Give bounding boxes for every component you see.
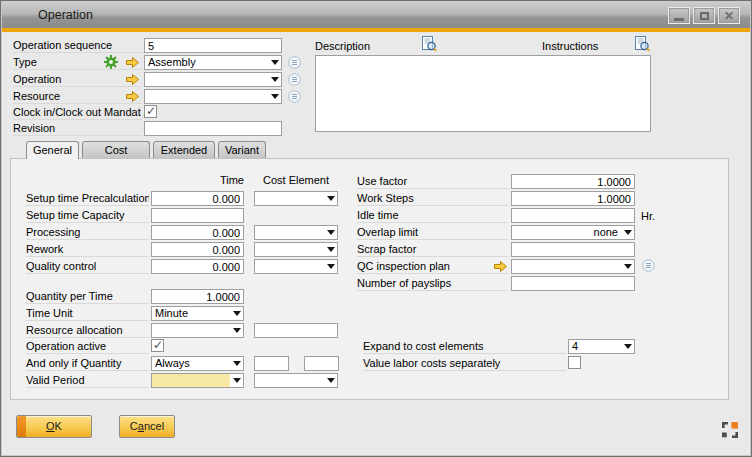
link-arrow-icon[interactable] [126,57,139,68]
default-button-marker [17,416,26,437]
quantity-from-input[interactable] [254,356,289,371]
ok-button[interactable]: OK [16,415,92,438]
operation-dropdown[interactable] [144,72,282,87]
link-arrow-icon[interactable] [494,261,507,272]
idle-time-label: Idle time [357,208,508,223]
chevron-down-icon [324,243,337,256]
resize-grip-icon[interactable] [722,422,738,438]
use-factor-label: Use factor [357,174,508,189]
value-labor-costs-separately-checkbox[interactable] [568,356,581,369]
idle-time-unit-label: Hr. [641,209,666,224]
scrap-factor-label: Scrap factor [357,242,508,257]
qc-inspection-plan-value [512,260,621,273]
gear-icon[interactable] [104,55,118,69]
qc-inspection-plan-label: QC inspection plan [357,259,508,274]
chevron-down-icon [230,324,243,337]
cost-element-value [255,226,324,239]
close-icon: ✕ [724,10,734,22]
cost-element-value [255,243,324,256]
link-arrow-icon[interactable] [126,74,139,85]
cancel-button[interactable]: Cancel [119,415,175,438]
setup-time-capacity-input[interactable] [151,208,244,223]
and-only-if-quantity-value: Always [152,357,230,370]
chevron-down-icon [230,374,243,387]
resource-dropdown[interactable] [144,89,282,104]
choose-list-icon[interactable] [288,90,301,103]
choose-list-icon[interactable] [642,259,655,272]
tab-variant[interactable]: Variant [218,141,266,158]
valid-period-second-dropdown[interactable] [254,373,338,388]
expand-to-cost-elements-value: 4 [569,340,621,353]
choose-list-icon[interactable] [288,73,301,86]
resource-allocation-dropdown[interactable] [151,323,244,338]
chevron-down-icon [324,192,337,205]
expand-editor-icon[interactable] [634,36,650,52]
and-only-if-quantity-dropdown[interactable]: Always [151,356,244,371]
description-textarea[interactable] [315,55,651,132]
idle-time-input[interactable] [511,208,635,223]
quality-control-label: Quality control [26,259,149,274]
chevron-down-icon [230,357,243,370]
quantity-per-time-input[interactable] [151,289,244,304]
quality-control-input[interactable] [151,259,244,274]
revision-label: Revision [13,121,142,136]
valid-period-second-value [255,374,324,387]
chevron-down-icon [268,90,281,103]
operation-active-checkbox[interactable] [151,339,164,352]
setup-time-precalculation-cost-element-dropdown[interactable] [254,191,338,206]
cancel-button-label-rest: ncel [144,420,164,432]
instructions-label: Instructions [542,39,632,54]
title-bar[interactable]: Operation ✕ [2,2,750,28]
setup-time-precalculation-input[interactable] [151,191,244,206]
clock-mandatory-label: Clock in/Clock out Mandat [13,105,142,120]
tab-extended[interactable]: Extended [153,141,215,158]
quantity-to-input[interactable] [304,356,339,371]
quality-control-cost-element-dropdown[interactable] [254,259,338,274]
number-of-payslips-input[interactable] [511,276,635,291]
revision-input[interactable] [144,121,282,136]
minimize-icon [674,18,684,21]
value-labor-costs-separately-label: Value labor costs separately [363,356,566,371]
type-dropdown[interactable]: Assembly [144,55,282,70]
cost-element-column-header: Cost Element [254,173,338,187]
rework-cost-element-dropdown[interactable] [254,242,338,257]
rework-input[interactable] [151,242,244,257]
processing-input[interactable] [151,225,244,240]
maximize-button[interactable] [693,7,715,24]
ok-button-label: O [46,420,55,432]
clock-mandatory-checkbox[interactable] [144,105,157,118]
type-label: Type [13,55,142,70]
link-arrow-icon[interactable] [126,91,139,102]
scrap-factor-input[interactable] [511,242,635,257]
time-unit-value: Minute [152,307,230,320]
operation-active-label: Operation active [26,339,149,354]
resource-allocation-extra-input[interactable] [254,323,338,338]
expand-to-cost-elements-dropdown[interactable]: 4 [568,339,635,354]
overlap-limit-dropdown[interactable]: none [511,225,635,240]
time-unit-dropdown[interactable]: Minute [151,306,244,321]
time-column-header: Time [151,173,244,187]
tab-general[interactable]: General [26,141,79,159]
qc-inspection-plan-dropdown[interactable] [511,259,635,274]
close-button[interactable]: ✕ [718,7,740,24]
use-factor-input[interactable] [511,174,635,189]
resource-label: Resource [13,89,142,104]
rework-label: Rework [26,242,149,257]
operation-sequence-input[interactable] [144,38,282,53]
chevron-down-icon [324,226,337,239]
overlap-limit-value: none [512,226,621,239]
operation-sequence-label: Operation sequence [13,38,142,53]
chevron-down-icon [230,307,243,320]
work-steps-input[interactable] [511,191,635,206]
processing-cost-element-dropdown[interactable] [254,225,338,240]
maximize-icon [700,12,709,20]
operation-value [145,73,268,86]
choose-list-icon[interactable] [288,56,301,69]
number-of-payslips-label: Number of payslips [357,276,508,291]
valid-period-dropdown[interactable] [151,373,244,388]
expand-editor-icon[interactable] [421,36,437,52]
quantity-per-time-label: Quantity per Time [26,289,149,304]
minimize-button[interactable] [668,7,690,24]
tab-cost[interactable]: Cost [82,141,150,158]
operation-label: Operation [13,72,142,87]
